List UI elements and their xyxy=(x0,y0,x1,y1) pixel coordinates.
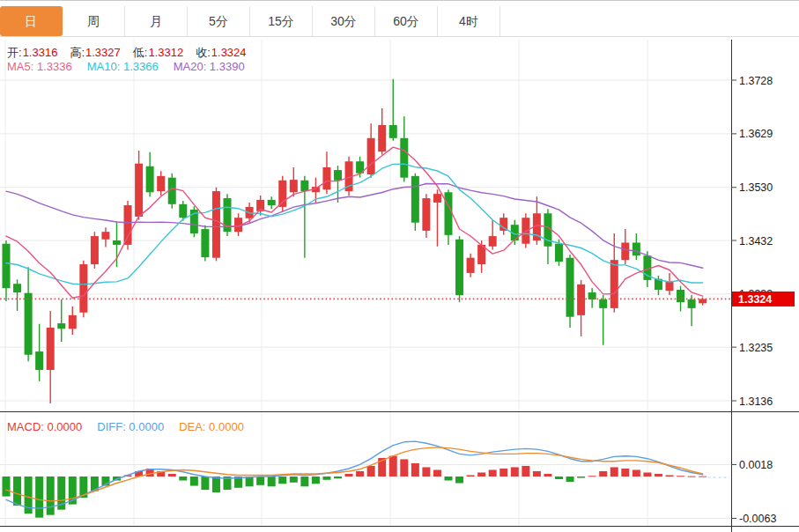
high-label: 高: xyxy=(70,46,85,59)
candlestick-series xyxy=(3,79,707,403)
candle-body xyxy=(422,198,430,231)
candle-body xyxy=(688,299,696,308)
chart-canvas[interactable]: 1.37281.36291.35301.34321.33331.32351.31… xyxy=(0,0,799,532)
macd-bar xyxy=(633,469,640,477)
candle-body xyxy=(25,293,33,355)
axis-label: -0.0063 xyxy=(739,513,776,525)
macd-bar xyxy=(555,477,563,479)
macd-bar xyxy=(533,471,541,477)
candle-body xyxy=(201,229,209,257)
candle-body xyxy=(212,191,220,258)
candle-body xyxy=(101,232,109,240)
macd-bar xyxy=(212,477,220,492)
candle-body xyxy=(79,264,87,313)
candle-body xyxy=(13,284,21,292)
macd-bar xyxy=(300,477,308,486)
tab-period-1[interactable]: 周 xyxy=(63,6,125,36)
candle-body xyxy=(113,240,121,245)
candle-body xyxy=(3,244,11,288)
macd-bar xyxy=(566,477,574,482)
candle-body xyxy=(135,164,143,217)
macd-bar xyxy=(256,477,264,485)
candle-body xyxy=(69,315,77,329)
macd-bar xyxy=(400,459,408,477)
candle-body xyxy=(666,282,674,291)
macd-bar xyxy=(35,477,43,518)
open-value: 1.3316 xyxy=(23,46,58,59)
tab-period-5[interactable]: 30分 xyxy=(313,6,375,36)
macd-bar xyxy=(268,477,276,486)
macd-bar xyxy=(577,477,585,478)
axis-label: 1.3629 xyxy=(739,128,773,140)
candle-body xyxy=(467,258,475,273)
macd-bar xyxy=(467,475,475,477)
diff-line xyxy=(6,441,703,508)
close-readout: 收:1.3324 xyxy=(196,45,246,61)
high-value: 1.3327 xyxy=(85,46,121,59)
moving-average-lines xyxy=(6,147,703,298)
dea-readout: DEA: 0.0000 xyxy=(179,420,244,433)
macd-bar xyxy=(246,477,254,486)
macd-bar xyxy=(588,476,596,477)
open-label: 开: xyxy=(7,46,22,59)
last-price-tag: 1.3324 xyxy=(732,292,795,307)
candle-body xyxy=(157,176,165,191)
ohlc-legend: 开:1.3316 高:1.3327 低:1.3312 收:1.3324 xyxy=(7,45,247,61)
candle-body xyxy=(610,260,618,308)
macd-bar xyxy=(455,477,463,484)
macd-bar xyxy=(688,477,696,477)
high-readout: 高:1.3327 xyxy=(70,45,120,61)
tab-period-2[interactable]: 月 xyxy=(125,6,188,36)
macd-bar xyxy=(190,477,198,486)
candle-body xyxy=(278,181,286,207)
period-tab-bar: 日周月5分15分30分60分4时 xyxy=(0,0,799,37)
candle-body xyxy=(322,167,330,189)
macd-legend: MACD: 0.0000 DIFF: 0.0000 DEA: 0.0000 xyxy=(7,420,244,433)
tab-period-3[interactable]: 5分 xyxy=(188,6,250,36)
tab-period-4[interactable]: 15分 xyxy=(250,6,313,36)
last-price-tag-text: 1.3324 xyxy=(738,293,772,306)
macd-bar xyxy=(201,477,209,490)
candle-body xyxy=(35,351,43,370)
candle-body xyxy=(389,125,397,138)
candle-body xyxy=(555,244,563,262)
macd-bar xyxy=(544,474,551,477)
candle-body xyxy=(677,290,684,302)
candle-body xyxy=(489,236,497,247)
trading-chart-app: 日周月5分15分30分60分4时 开:1.3316 高:1.3327 低:1.3… xyxy=(0,0,799,532)
candle-body xyxy=(455,240,463,295)
ma10-readout: MA10: 1.3366 xyxy=(87,60,159,73)
candle-body xyxy=(577,284,585,315)
macd-bar xyxy=(677,476,684,477)
candle-body xyxy=(334,170,342,181)
macd-bar xyxy=(445,477,453,481)
candle-body xyxy=(411,176,419,223)
ma5-readout: MA5: 1.3336 xyxy=(7,60,72,73)
low-readout: 低:1.3312 xyxy=(133,45,183,61)
open-readout: 开:1.3316 xyxy=(7,45,57,61)
candle-body xyxy=(378,125,386,151)
tab-period-7[interactable]: 4时 xyxy=(438,6,500,36)
candle-body xyxy=(268,200,276,205)
tab-period-6[interactable]: 60分 xyxy=(375,6,438,36)
axis-label: 1.3235 xyxy=(739,342,773,354)
macd-bar xyxy=(599,471,607,477)
axis-label: 1.3728 xyxy=(739,75,773,87)
macd-bar xyxy=(499,469,507,477)
macd-bar xyxy=(47,477,55,515)
macd-bar xyxy=(179,477,187,481)
dea-line xyxy=(6,447,703,501)
macd-bar xyxy=(312,477,320,484)
close-label: 收: xyxy=(196,46,211,59)
macd-bar xyxy=(345,474,353,477)
tab-period-0[interactable]: 日 xyxy=(0,6,63,36)
macd-bar xyxy=(511,467,519,477)
ma20-line xyxy=(6,184,703,269)
candle-body xyxy=(400,138,408,178)
macd-bar xyxy=(389,456,397,477)
macd-bar xyxy=(433,469,441,477)
macd-bar xyxy=(356,471,364,477)
candle-body xyxy=(146,166,154,193)
low-value: 1.3312 xyxy=(148,46,183,59)
candle-body xyxy=(47,328,55,370)
